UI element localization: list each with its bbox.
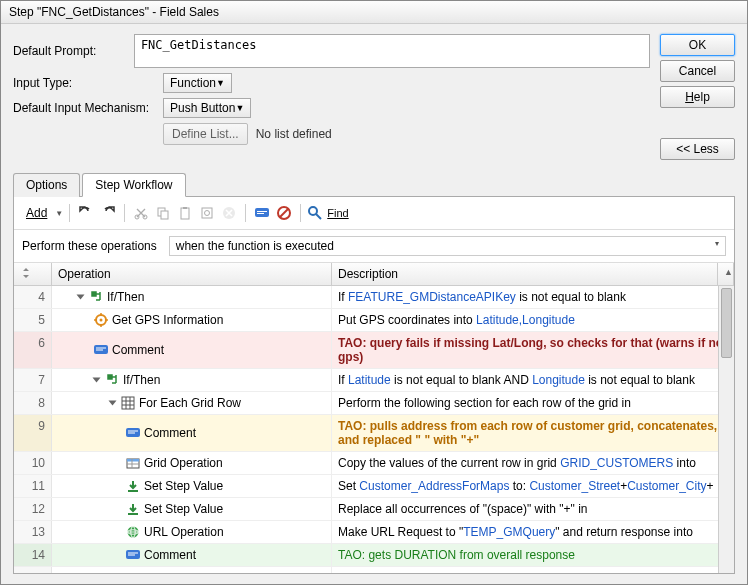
add-dropdown-icon[interactable]: ▼: [55, 209, 63, 218]
row-number: 5: [14, 309, 52, 331]
row-number: 9: [14, 415, 52, 451]
redo-icon[interactable]: [98, 203, 118, 223]
paste-icon[interactable]: [175, 203, 195, 223]
grid-row[interactable]: 11Set Step ValueSet Customer_AddressForM…: [14, 475, 734, 498]
description-cell: Copy the values of the current row in gr…: [332, 452, 734, 474]
ok-button[interactable]: OK: [660, 34, 735, 56]
default-input-mech-label: Default Input Mechanism:: [13, 101, 163, 115]
operation-cell: Set Step Value: [52, 498, 332, 520]
disclosure-triangle-icon[interactable]: [93, 378, 101, 383]
grid-row[interactable]: 5Get GPS InformationPut GPS coordinates …: [14, 309, 734, 332]
disclosure-triangle-icon[interactable]: [109, 401, 117, 406]
field-link[interactable]: Latitude: [348, 373, 391, 387]
grid-row[interactable]: 9CommentTAO: pulls address from each row…: [14, 415, 734, 452]
default-input-mech-select[interactable]: Push Button ▼: [163, 98, 251, 118]
operation-name: If/Then: [107, 290, 144, 304]
operation-name: Comment: [144, 426, 196, 440]
cancel-button[interactable]: Cancel: [660, 60, 735, 82]
svg-rect-20: [96, 350, 103, 351]
col-reorder[interactable]: [14, 263, 52, 285]
operation-cell: If/Then: [52, 286, 332, 308]
row-number: 11: [14, 475, 52, 497]
tab-step-workflow[interactable]: Step Workflow: [82, 173, 185, 197]
input-type-select[interactable]: Function ▼: [163, 73, 232, 93]
field-link[interactable]: Customer_City: [627, 479, 706, 493]
field-link[interactable]: Customer_AddressForMaps: [359, 479, 509, 493]
svg-rect-10: [257, 211, 267, 212]
gridop-icon: [126, 456, 140, 470]
operation-name: Comment: [144, 548, 196, 562]
col-operation[interactable]: Operation: [52, 263, 332, 285]
copy-icon[interactable]: [153, 203, 173, 223]
find-button[interactable]: Find: [307, 205, 348, 221]
grid-icon: [121, 396, 135, 410]
field-link[interactable]: TEMP_GMQuery: [463, 525, 555, 539]
default-prompt-label: Default Prompt:: [13, 44, 134, 58]
row-number: 13: [14, 521, 52, 543]
svg-rect-11: [257, 213, 264, 214]
default-prompt-input[interactable]: FNC_GetDistances: [134, 34, 650, 68]
less-button[interactable]: << Less: [660, 138, 735, 160]
svg-rect-34: [128, 513, 138, 515]
field-link[interactable]: Customer_Street: [529, 479, 620, 493]
grid-row[interactable]: 15Set Step ValueReturn the text between …: [14, 567, 734, 573]
branch-icon: [105, 373, 119, 387]
grid-row[interactable]: 12Set Step ValueReplace all occurrences …: [14, 498, 734, 521]
row-number: 4: [14, 286, 52, 308]
cut-icon[interactable]: [131, 203, 151, 223]
description-cell: TAO: query fails if missing Lat/Long, so…: [332, 332, 734, 368]
delete-icon[interactable]: [219, 203, 239, 223]
col-description[interactable]: Description: [332, 263, 718, 285]
titlebar: Step "FNC_GetDistances" - Field Sales: [1, 1, 747, 24]
field-link[interactable]: </duration>: [624, 571, 685, 573]
svg-line-13: [280, 209, 288, 217]
disable-icon[interactable]: [274, 203, 294, 223]
description-cell: If Latitude is not equal to blank AND Lo…: [332, 369, 734, 391]
perform-label: Perform these operations: [22, 239, 157, 253]
description-cell: Set Customer_AddressForMaps to: Customer…: [332, 475, 734, 497]
svg-line-15: [316, 214, 321, 219]
disclosure-triangle-icon[interactable]: [77, 295, 85, 300]
field-link[interactable]: Longitude: [532, 373, 585, 387]
tab-options[interactable]: Options: [13, 173, 80, 197]
field-link[interactable]: FEATURE_GMDistanceAPIKey: [348, 290, 516, 304]
grid-row[interactable]: 10Grid OperationCopy the values of the c…: [14, 452, 734, 475]
stamp-icon[interactable]: [197, 203, 217, 223]
comment-icon[interactable]: [252, 203, 272, 223]
scroll-up-icon[interactable]: ▲: [718, 263, 734, 285]
svg-point-17: [100, 319, 103, 322]
description-cell: If FEATURE_GMDistanceAPIKey is not equal…: [332, 286, 734, 308]
row-number: 7: [14, 369, 52, 391]
scrollbar-thumb[interactable]: [721, 288, 732, 358]
perform-select[interactable]: when the function is executed: [169, 236, 726, 256]
no-list-defined-label: No list defined: [256, 127, 332, 141]
row-number: 10: [14, 452, 52, 474]
default-input-mech-value: Push Button: [170, 101, 235, 115]
dialog-window: Step "FNC_GetDistances" - Field Sales De…: [0, 0, 748, 585]
field-link[interactable]: Latitude,Longitude: [476, 313, 575, 327]
content-area: Default Prompt: FNC_GetDistances Input T…: [1, 24, 747, 584]
define-list-button[interactable]: Define List...: [163, 123, 248, 145]
svg-rect-21: [122, 397, 134, 409]
row-number: 8: [14, 392, 52, 414]
svg-rect-28: [128, 433, 135, 434]
grid-row[interactable]: 13URL OperationMake URL Request to "TEMP…: [14, 521, 734, 544]
description-cell: Replace all occurrences of "(space)" wit…: [332, 498, 734, 520]
field-link[interactable]: <duration>: [531, 571, 588, 573]
grid-row[interactable]: 14CommentTAO: gets DURATION from overall…: [14, 544, 734, 567]
vertical-scrollbar[interactable]: [718, 286, 734, 573]
operation-name: Grid Operation: [144, 456, 223, 470]
add-button[interactable]: Add: [22, 206, 51, 220]
grid-row[interactable]: 7If/ThenIf Latitude is not equal to blan…: [14, 369, 734, 392]
help-button[interactable]: Help: [660, 86, 735, 108]
description-cell: Perform the following section for each r…: [332, 392, 734, 414]
comment-icon: [126, 549, 140, 561]
field-link[interactable]: GRID_CUSTOMERS: [560, 456, 673, 470]
grid-row[interactable]: 4If/ThenIf FEATURE_GMDistanceAPIKey is n…: [14, 286, 734, 309]
operation-cell: URL Operation: [52, 521, 332, 543]
undo-icon[interactable]: [76, 203, 96, 223]
grid-row[interactable]: 6CommentTAO: query fails if missing Lat/…: [14, 332, 734, 369]
grid-row[interactable]: 8For Each Grid RowPerform the following …: [14, 392, 734, 415]
branch-icon: [89, 290, 103, 304]
gps-icon: [94, 313, 108, 327]
